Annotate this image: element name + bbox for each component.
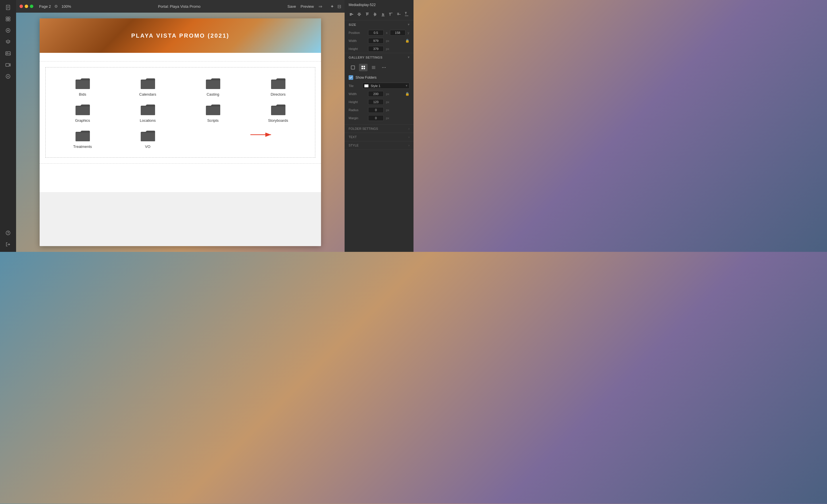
folder-item-storyboards[interactable]: Storyboards	[247, 102, 309, 122]
align-top-icon[interactable]	[364, 10, 370, 18]
tile-style-select[interactable]: Style 1 ▾	[362, 83, 409, 89]
radius-label: Radius	[349, 108, 366, 112]
radius-input[interactable]: 0	[368, 107, 384, 113]
text-section[interactable]: TEXT ›	[345, 133, 414, 141]
folder-label-locations: Locations	[140, 118, 156, 122]
lock-width-icon[interactable]: 🔒	[405, 39, 409, 43]
svg-rect-36	[358, 15, 360, 16]
tile-height-input[interactable]: 123	[368, 99, 384, 105]
gallery-view-more[interactable]	[380, 64, 388, 71]
sidebar-add-icon[interactable]	[3, 25, 13, 36]
sidebar-page-icon[interactable]	[3, 2, 13, 13]
style-section[interactable]: STYLE ›	[345, 141, 414, 150]
text-top-icon[interactable]: T	[388, 10, 394, 18]
show-folders-label: Show Folders	[355, 75, 377, 80]
component-icon[interactable]: ⊟	[337, 4, 341, 9]
radius-unit: px	[386, 108, 389, 112]
gallery-view-single[interactable]	[349, 64, 357, 71]
align-center-icon[interactable]	[357, 10, 362, 18]
window-controls	[19, 5, 33, 8]
sidebar-image-icon[interactable]	[3, 48, 13, 59]
folder-settings-section[interactable]: FOLDER SETTINGS ›	[345, 124, 414, 133]
folder-item-calendars[interactable]: Calendars	[116, 76, 179, 97]
style-section-arrow-icon: ›	[408, 144, 409, 147]
width-label: Width	[349, 39, 366, 43]
svg-text:?: ?	[7, 231, 9, 235]
margin-row: Margin 0 px	[345, 114, 414, 122]
close-button[interactable]	[19, 5, 23, 8]
folder-grid: Bids Calendars	[49, 70, 312, 154]
folder-item-directors[interactable]: Directors	[247, 76, 309, 97]
align-right-icon[interactable]	[380, 10, 386, 18]
folder-label-bids: Bids	[79, 92, 86, 97]
height-label: Height	[349, 47, 366, 51]
folder-item-scripts[interactable]: Scripts	[182, 102, 244, 122]
gallery-view-grid[interactable]	[359, 64, 368, 71]
margin-input[interactable]: 0	[368, 115, 384, 121]
folder-item-locations[interactable]: Locations	[116, 102, 179, 122]
preview-button[interactable]: Preview	[301, 4, 314, 9]
folder-item-treatments[interactable]: Treatments	[51, 129, 114, 149]
gallery-chevron-icon: ▾	[408, 55, 410, 59]
gallery-view-list[interactable]	[369, 64, 378, 71]
svg-rect-27	[206, 107, 220, 115]
folder-icon-directors	[270, 76, 287, 91]
svg-rect-11	[6, 52, 10, 55]
size-chevron-icon: ▾	[408, 23, 410, 27]
sidebar-layout-icon[interactable]	[3, 14, 13, 24]
size-section-header[interactable]: SIZE ▾	[345, 20, 414, 29]
sidebar-media-icon[interactable]	[3, 71, 13, 82]
svg-rect-4	[6, 17, 8, 19]
gallery-section-header[interactable]: GALLERY SETTINGS ▾	[345, 53, 414, 61]
tile-width-input[interactable]: 200	[368, 91, 384, 97]
margin-unit: px	[386, 116, 389, 120]
height-row: Height 379 px	[345, 45, 414, 53]
width-input[interactable]: 979	[368, 38, 384, 44]
position-label: Position	[349, 31, 366, 35]
save-button[interactable]: Save	[287, 4, 296, 9]
show-folders-checkbox[interactable]	[349, 75, 353, 80]
folder-grid-container: Bids Calendars	[45, 67, 315, 158]
text-middle-icon[interactable]: T	[396, 10, 402, 18]
left-sidebar: ?	[0, 0, 16, 252]
folder-label-storyboards: Storyboards	[268, 118, 288, 122]
svg-rect-30	[141, 133, 155, 141]
component-name: Mediadisplay-522	[345, 0, 414, 9]
svg-rect-6	[6, 19, 8, 21]
folder-item-casting[interactable]: Casting	[182, 76, 244, 97]
position-y-input[interactable]: 158	[390, 30, 405, 36]
magic-icon[interactable]: ✦	[330, 4, 334, 9]
folder-icon-graphics	[74, 102, 91, 116]
minimize-button[interactable]	[25, 5, 28, 8]
folder-item-bids[interactable]: Bids	[51, 76, 114, 97]
tile-style-swatch	[364, 85, 369, 87]
sidebar-logout-icon[interactable]	[3, 239, 13, 250]
folder-item-graphics[interactable]: Graphics	[51, 102, 114, 122]
sidebar-layers-icon[interactable]	[3, 37, 13, 47]
sidebar-help-icon[interactable]: ?	[3, 228, 13, 238]
text-section-label: TEXT	[349, 135, 357, 139]
svg-rect-34	[358, 13, 360, 13]
sidebar-video-icon[interactable]	[3, 60, 13, 70]
folder-label-scripts: Scripts	[207, 118, 219, 122]
svg-rect-39	[368, 13, 368, 15]
svg-rect-5	[8, 17, 10, 19]
folder-item-vo[interactable]: VO	[116, 129, 179, 149]
position-x-input[interactable]: 0.5	[368, 30, 384, 36]
folder-icon-vo	[139, 129, 156, 143]
align-left-icon[interactable]	[349, 10, 354, 18]
lock-tile-icon[interactable]: 🔒	[405, 92, 409, 96]
svg-rect-46	[382, 13, 383, 15]
position-y-unit: y	[408, 31, 409, 35]
height-input[interactable]: 379	[368, 46, 384, 52]
svg-point-12	[7, 53, 8, 53]
folder-settings-label: FOLDER SETTINGS	[349, 127, 378, 131]
folder-label-graphics: Graphics	[75, 118, 90, 122]
text-bottom-icon[interactable]: T	[404, 10, 410, 18]
align-middle-icon[interactable]	[373, 10, 378, 18]
maximize-button[interactable]	[30, 5, 33, 8]
export-icon[interactable]: ⇒	[319, 4, 322, 9]
tile-label: Tile	[349, 84, 360, 88]
folder-icon-bids	[74, 76, 91, 91]
settings-icon[interactable]: ⚙	[54, 4, 58, 9]
